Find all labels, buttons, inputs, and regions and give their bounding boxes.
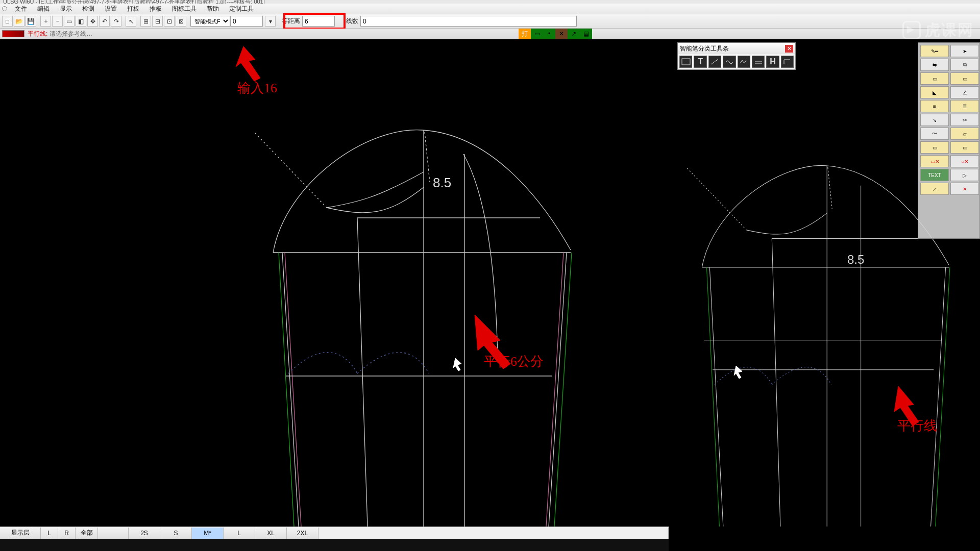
snap3-icon[interactable]: ⊡ [164, 16, 175, 27]
rp-wedge-icon[interactable]: ◣ [920, 86, 949, 98]
open-icon[interactable]: 📂 [14, 16, 24, 27]
rp-seam2-icon[interactable]: ≣ [950, 100, 979, 112]
rp-arrow-icon[interactable]: ➤ [950, 45, 979, 57]
size-xl[interactable]: XL [255, 528, 287, 539]
menu-settings[interactable]: 设置 [100, 4, 122, 14]
rp-last1-icon[interactable]: ⟋ [920, 183, 949, 195]
rp-curve-icon[interactable]: 〜 [920, 128, 949, 140]
menu-edit[interactable]: 编辑 [32, 4, 55, 14]
menu-help[interactable]: 帮助 [202, 4, 224, 14]
snap4-icon[interactable]: ⊠ [176, 16, 186, 27]
hint-bar: 平行线: 请选择参考线… 打 ▭ • ✕ ↗ ▤ [0, 29, 980, 39]
zoom-fit-icon[interactable]: ✥ [87, 16, 98, 27]
undo-icon[interactable]: ↶ [99, 16, 110, 27]
rp-ruler2-icon[interactable]: ▭ [950, 72, 979, 85]
mode-combo[interactable]: 智能模式F5 [190, 16, 230, 27]
linestyle-swatch[interactable] [2, 30, 24, 37]
menu-view[interactable]: 显示 [55, 4, 77, 14]
layer-button[interactable]: 显示层 [0, 528, 41, 539]
size-2xl[interactable]: 2XL [287, 528, 318, 539]
zoom-in-icon[interactable]: ＋ [40, 16, 51, 27]
menu-file[interactable]: 文件 [10, 4, 32, 14]
rp-fold-icon[interactable]: ▱ [950, 128, 979, 140]
svg-line-19 [828, 167, 832, 209]
marker-orange[interactable]: 打 [519, 29, 531, 39]
select-rect-icon[interactable]: ▭ [64, 16, 75, 27]
bottom-bar: 显示层 L R 全部 2S S M* L XL 2XL [0, 527, 669, 539]
new-icon[interactable]: □ [2, 16, 13, 27]
side-r[interactable]: R [58, 528, 76, 539]
value-input-1[interactable] [230, 16, 263, 27]
smartpen-toolbar[interactable]: 智能笔分类工具条 ✕ T H [677, 42, 796, 70]
app-icon [2, 6, 7, 11]
svg-rect-32 [682, 59, 690, 65]
color-toggle-group: 打 ▭ • ✕ ↗ ▤ [519, 29, 592, 39]
zoom-out-icon[interactable]: － [52, 16, 63, 27]
active-tool-hint: 请选择参考线… [50, 30, 92, 38]
menu-grade[interactable]: 推板 [144, 4, 167, 14]
sp-zig-icon[interactable] [738, 56, 750, 68]
size-2s[interactable]: 2S [129, 528, 160, 539]
rp-seam1-icon[interactable]: ≡ [920, 100, 949, 112]
redo-icon[interactable]: ↷ [111, 16, 121, 27]
side-all[interactable]: 全部 [76, 528, 98, 539]
svg-line-22 [706, 267, 719, 527]
rp-lastx-icon[interactable]: ✕ [950, 183, 979, 195]
pattern-svg: 8.5 8.5 [0, 39, 980, 527]
svg-line-21 [931, 267, 946, 527]
save-icon[interactable]: 💾 [26, 16, 36, 27]
size-s[interactable]: S [160, 528, 192, 539]
svg-line-11 [546, 253, 564, 527]
rp-chain-icon[interactable]: ⧉ [950, 59, 979, 71]
size-l[interactable]: L [224, 528, 255, 539]
rp-needle-icon[interactable]: ↘ [920, 114, 949, 126]
rp-delx-icon[interactable]: ▭✕ [920, 155, 949, 167]
snap1-icon[interactable]: ⊞ [140, 16, 151, 27]
drawing-canvas[interactable]: 8.5 8.5 [0, 39, 980, 527]
menu-custom[interactable]: 定制工具 [224, 4, 259, 14]
rp-text-icon[interactable]: TEXT [920, 169, 949, 181]
menu-pattern[interactable]: 打板 [122, 4, 144, 14]
marker-green1[interactable]: ▭ [531, 29, 543, 39]
pan-icon[interactable]: ◧ [76, 16, 86, 27]
rp-delx2-icon[interactable]: ○✕ [950, 155, 979, 167]
rp-scissor-icon[interactable]: ✂ [950, 114, 979, 126]
marker-green4[interactable]: ▤ [580, 29, 592, 39]
marker-green2[interactable]: • [543, 29, 555, 39]
snap2-icon[interactable]: ⊟ [152, 16, 163, 27]
sp-rect-icon[interactable] [679, 56, 692, 68]
svg-line-13 [357, 218, 368, 527]
rp-notch-icon[interactable]: ▭ [920, 141, 949, 154]
smartpen-title: 智能笔分类工具条 [680, 44, 729, 53]
rp-pen-icon[interactable]: ✎━ [920, 45, 949, 57]
active-tool-name: 平行线: [28, 30, 47, 38]
bottom-black-strip [0, 539, 669, 551]
sp-line-icon[interactable] [708, 56, 721, 68]
close-icon[interactable]: ✕ [785, 45, 793, 53]
side-l[interactable]: L [41, 528, 58, 539]
size-m[interactable]: M* [192, 528, 224, 539]
sp-text-icon[interactable]: T [694, 56, 706, 68]
rp-link-icon[interactable]: ⇋ [920, 59, 949, 71]
menu-check[interactable]: 检测 [77, 4, 100, 14]
sp-h-icon[interactable]: H [766, 56, 779, 68]
rp-tri-icon[interactable]: ▷ [950, 169, 979, 181]
svg-line-23 [936, 267, 950, 527]
marker-green3[interactable]: ↗ [568, 29, 580, 39]
pointer-icon[interactable]: ↖ [126, 16, 136, 27]
rp-notch2-icon[interactable]: ▭ [950, 141, 979, 154]
marker-brown[interactable]: ✕ [555, 29, 568, 39]
rp-angle-icon[interactable]: ∠ [950, 86, 979, 98]
svg-line-33 [711, 59, 718, 64]
lines-input[interactable] [360, 16, 577, 27]
menu-icons[interactable]: 图标工具 [167, 4, 202, 14]
rp-ruler-icon[interactable]: ▭ [920, 72, 949, 85]
sp-corner-icon[interactable] [781, 56, 794, 68]
dim-8p5-left: 8.5 [433, 175, 451, 190]
bottom-track [318, 528, 669, 539]
distance-input[interactable] [302, 16, 335, 27]
dropdown-icon[interactable]: ▾ [265, 16, 276, 27]
sp-seam-icon[interactable] [752, 56, 765, 68]
sp-wave-icon[interactable] [723, 56, 736, 68]
svg-line-26 [772, 239, 780, 527]
